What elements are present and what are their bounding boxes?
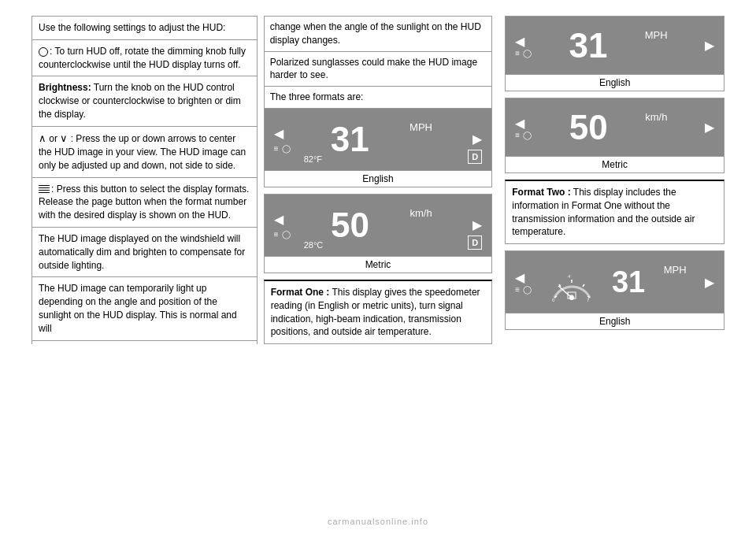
hud-left-controls: ◀ ≡ ◯ (274, 126, 291, 153)
svg-text:4: 4 (568, 274, 571, 279)
hud-left-controls-metric: ◀ ≡ ◯ (274, 212, 291, 239)
hud-temp-english: 82°F (304, 154, 322, 164)
right-left-arrow-g: ◀ (515, 271, 524, 284)
right-metric-hud: ◀ ≡ ◯ 50 km/h ▶ (505, 98, 724, 157)
right-hud-left-e: ◀ ≡ ◯ (515, 34, 532, 57)
mid-english-unit: MPH (410, 121, 432, 133)
brightness-label: Brightness: (39, 82, 91, 93)
left-row-auto-dim: The HUD image displayed on the windshiel… (32, 228, 257, 277)
left-row-use-settings: Use the following settings to adjust the… (32, 17, 257, 40)
hud-icons-row-metric: ≡ ◯ (274, 230, 291, 239)
right-gauge-hud: ◀ ≡ ◯ 0 4 7 (505, 250, 724, 313)
change-when-text: change when the angle of the sunlight on… (270, 21, 481, 46)
polarized-text: Polarized sunglasses could make the HUD … (270, 57, 477, 81)
left-row-turn-off: : To turn HUD off, rotate the dimming kn… (32, 40, 257, 77)
right-english-hud: ◀ ≡ ◯ 31 MPH ▶ (505, 16, 724, 75)
right-english-label: English (505, 75, 724, 91)
use-settings-text: Use the following settings to adjust the… (39, 22, 225, 33)
right-gauge-speed: 31 (612, 267, 645, 297)
left-column: Use the following settings to adjust the… (32, 16, 258, 344)
three-formats-text: The three formats are: (270, 91, 364, 102)
right-beam-e: ≡ (515, 49, 520, 57)
mid-metric-hud: ◀ ≡ ◯ 50 km/h ▶ 28°C D (264, 194, 493, 257)
hud-d-badge: D (468, 150, 482, 164)
mid-metric-speed: 50 (331, 208, 369, 243)
right-metric-label: Metric (505, 157, 724, 173)
svg-text:D: D (570, 294, 574, 299)
svg-text:0: 0 (552, 298, 555, 302)
mid-english-speed: 31 (331, 122, 369, 157)
svg-line-3 (583, 284, 584, 287)
svg-text:7: 7 (587, 298, 590, 302)
right-signal-e: ◯ (523, 49, 532, 57)
right-right-arrow-m: ▶ (705, 120, 714, 135)
right-english-unit: MPH (645, 29, 668, 41)
format-one-label: Format One : (271, 287, 330, 298)
mid-row-three-formats: The three formats are: (264, 86, 493, 108)
hud-signal-icon-metric: ◯ (282, 230, 291, 239)
left-row-temp-light: The HUD image can temporarily light up d… (32, 277, 257, 340)
right-signal-g: ◯ (523, 285, 532, 294)
right-beam-m: ≡ (515, 131, 520, 139)
right-column: ◀ ≡ ◯ 31 MPH ▶ English ◀ ≡ ◯ 50 k (498, 16, 724, 344)
right-icons-row-g: ≡ ◯ (515, 285, 532, 294)
page-icon (39, 185, 50, 193)
hud-beam-icon-metric: ≡ (274, 230, 279, 239)
format-two-block: Format Two : This display includes the i… (505, 180, 724, 244)
mid-metric-label: Metric (264, 257, 493, 273)
right-icons-row-e: ≡ ◯ (515, 49, 532, 57)
right-english-speed: 31 (569, 28, 607, 63)
left-row-page-button: : Press this button to select the displa… (32, 178, 257, 228)
right-right-arrow-g: ▶ (705, 275, 714, 290)
right-gauge-unit: MPH (664, 264, 687, 276)
arrow-down-icon: ∨ (60, 132, 68, 144)
mid-metric-unit: km/h (410, 207, 432, 219)
right-metric-speed: 50 (569, 110, 608, 145)
right-left-arrow-m: ◀ (515, 117, 524, 130)
left-row-arrows: ∧ or ∨ : Press the up or down arrows to … (32, 127, 257, 178)
speedometer-gauge: 0 4 7 D (550, 262, 594, 302)
temp-light-text: The HUD image can temporarily light up d… (39, 283, 237, 333)
left-arrow-icon-metric: ◀ (274, 212, 291, 227)
arrows-text: or (49, 133, 60, 144)
right-gauge-label: English (505, 313, 724, 330)
hud-temp-metric: 28°C (304, 240, 324, 250)
format-two-label: Format Two : (512, 187, 570, 198)
mid-english-label: English (264, 171, 493, 187)
arrows-body-text: : Press the up or down arrows to center … (39, 133, 246, 171)
circle-icon (39, 47, 48, 57)
left-row-brightness: Brightness: Turn the knob on the HUD con… (32, 76, 257, 126)
right-metric-unit: km/h (645, 111, 667, 123)
right-hud-left-m: ◀ ≡ ◯ (515, 116, 532, 139)
right-beam-g: ≡ (515, 285, 520, 294)
right-icons-row-m: ≡ ◯ (515, 131, 532, 139)
auto-dim-text: The HUD image displayed on the windshiel… (39, 233, 245, 271)
arrow-up-icon: ∧ (39, 132, 46, 144)
page-button-text: : Press this button to select the displa… (39, 184, 249, 221)
right-hud-left-g: ◀ ≡ ◯ (515, 270, 532, 294)
hud-beam-icon: ≡ (274, 144, 279, 153)
turn-off-text: : To turn HUD off, rotate the dimming kn… (39, 46, 246, 70)
hud-signal-icon: ◯ (282, 144, 291, 153)
format-one-block: Format One : This display gives the spee… (264, 280, 493, 344)
mid-english-hud: ◀ ≡ ◯ 31 MPH ▶ 82°F D (264, 108, 493, 171)
watermark: carmanualsonline.info (328, 517, 428, 526)
right-right-arrow-e: ▶ (705, 38, 714, 53)
mid-column: change when the angle of the sunlight on… (258, 16, 499, 344)
mid-row-change-when: change when the angle of the sunlight on… (264, 16, 493, 51)
right-arrow-icon: ▶ (472, 132, 482, 146)
mid-row-polarized: Polarized sunglasses could make the HUD … (264, 51, 493, 87)
right-left-arrow-e: ◀ (515, 35, 524, 48)
right-signal-m: ◯ (523, 131, 532, 139)
right-arrow-icon-metric: ▶ (472, 217, 482, 232)
hud-d-badge-metric: D (468, 235, 482, 250)
left-arrow-icon: ◀ (274, 126, 291, 141)
hud-icons-row: ≡ ◯ (274, 144, 291, 153)
